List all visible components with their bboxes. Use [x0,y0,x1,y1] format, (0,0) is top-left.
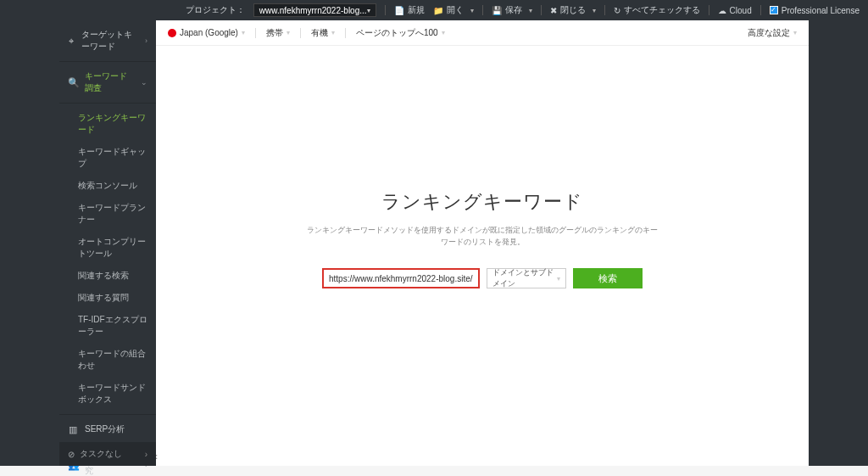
nav-serp-analysis[interactable]: ▥ SERP分析 [59,415,156,445]
flag-japan-icon [168,29,176,37]
save-icon: 💾 [492,6,502,15]
chevron-right-icon: › [145,36,147,45]
device-label: 携帯 [266,27,283,39]
search-button[interactable]: 検索 [573,268,643,288]
file-icon: 📄 [394,6,404,15]
subnav-related-searches[interactable]: 関連する検索 [59,265,156,287]
license-indicator[interactable]: ✓ Professional License [770,6,860,15]
recheck-label: すべてチェックする [624,4,700,16]
cloud-button[interactable]: ☁ Cloud [718,6,752,15]
subnav-keyword-planner[interactable]: キーワードプランナー [59,197,156,231]
domain-input[interactable] [322,268,480,288]
close-button[interactable]: ✖ 閉じる [550,4,596,16]
region-selector[interactable]: Japan (Google) ▾ [168,28,245,37]
depth-selector[interactable]: ページのトップへ100 ▾ [356,27,445,39]
nav-keyword-research[interactable]: 🔍 キーワード調査 ⌄ [59,62,156,104]
top-toolbar: プロジェクト： www.nfekhmyrrn2022-blog... ▾ 📄 新… [0,0,868,20]
close-label: 閉じる [560,4,586,16]
hero-description: ランキングキーワードメソッドを使用するドメインが既に指定した領域のグーグルのラン… [304,225,660,248]
advanced-label: 高度な設定 [748,27,790,39]
scroll-left-hint[interactable]: ‹ [156,451,158,462]
check-icon: ✓ [770,6,778,14]
hero-title: ランキングキーワード [381,189,583,215]
subnav-keyword-sandbox[interactable]: キーワードサンドボックス [59,377,156,411]
advanced-settings[interactable]: 高度な設定 ▾ [748,27,797,39]
left-gutter [0,20,59,466]
target-icon: ⌖ [68,36,75,47]
nav-serp-label: SERP分析 [85,423,125,435]
scope-label: ドメインとサブドメイン [492,267,557,289]
task-bar: ⊘ タスクなし › [59,442,156,466]
sidebar: ⌖ ターゲットキーワード › 🔍 キーワード調査 ⌄ ランキングキーワード キー… [59,20,156,466]
nav-target-keywords[interactable]: ⌖ ターゲットキーワード › [59,20,156,62]
nav-keyword-research-sub: ランキングキーワード キーワードギャップ 検索コンソール キーワードプランナー … [59,104,156,415]
task-expand[interactable]: › [145,450,147,459]
subnav-ranking-keywords[interactable]: ランキングキーワード [59,107,156,141]
search-row: ドメインとサブドメイン ▾ 検索 [322,268,643,288]
search-icon: 🔍 [68,77,78,88]
subnav-search-console[interactable]: 検索コンソール [59,175,156,197]
hero-panel: ランキングキーワード ランキングキーワードメソッドを使用するドメインが既に指定し… [156,46,809,466]
region-label: Japan (Google) [180,28,238,37]
content-subheader: Japan (Google) ▾ 携帯 ▾ 有機 ▾ ページのトップへ100 ▾… [156,20,809,46]
subnav-tfidf[interactable]: TF-IDFエクスプローラー [59,309,156,343]
nav-research-label: キーワード調査 [85,70,134,94]
new-button[interactable]: 📄 新規 [394,4,425,16]
refresh-icon: ↻ [614,6,620,15]
scope-selector[interactable]: ドメインとサブドメイン ▾ [487,268,566,288]
chevron-down-icon: ⌄ [141,78,147,87]
right-gutter [809,20,868,466]
save-label: 保存 [505,4,522,16]
project-selector[interactable]: www.nfekhmyrrn2022-blog... ▾ [253,3,376,17]
open-button[interactable]: 📁 開く [433,4,474,16]
cloud-icon: ☁ [718,6,726,15]
recheck-button[interactable]: ↻ すべてチェックする [614,4,700,16]
task-icon: ⊘ [68,450,75,459]
project-label: プロジェクト： [186,4,245,16]
depth-label: ページのトップへ100 [356,27,438,39]
license-label: Professional License [782,6,860,15]
folder-icon: 📁 [433,6,443,15]
open-label: 開く [447,4,464,16]
new-label: 新規 [408,4,425,16]
cloud-label: Cloud [730,6,752,15]
subnav-keyword-gap[interactable]: キーワードギャップ [59,141,156,175]
bars-icon: ▥ [68,424,78,435]
task-label: タスクなし [80,448,122,460]
nav-target-label: ターゲットキーワード [81,29,138,53]
subnav-related-questions[interactable]: 関連する質問 [59,287,156,309]
organic-selector[interactable]: 有機 ▾ [311,27,335,39]
subnav-autocomplete[interactable]: オートコンプリートツール [59,231,156,265]
project-selector-value: www.nfekhmyrrn2022-blog... [259,6,367,15]
subnav-keyword-combo[interactable]: キーワードの組合わせ [59,343,156,377]
device-selector[interactable]: 携帯 ▾ [266,27,290,39]
main-content: Japan (Google) ▾ 携帯 ▾ 有機 ▾ ページのトップへ100 ▾… [156,20,809,466]
organic-label: 有機 [311,27,328,39]
save-button[interactable]: 💾 保存 [492,4,532,16]
close-icon: ✖ [550,6,557,15]
